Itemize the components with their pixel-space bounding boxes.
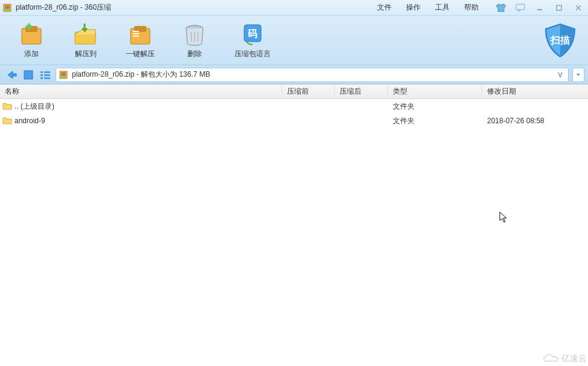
delete-label: 删除 [187,49,202,59]
file-row-android9[interactable]: android-9 文件夹 2018-07-26 08:58 [0,114,588,128]
one-click-extract-button[interactable]: 一键解压 [126,21,155,59]
column-name[interactable]: 名称 [0,85,282,98]
title-bar: platform-28_r06.zip - 360压缩 文件 操作 工具 帮助 [0,0,588,16]
theme-icon[interactable] [494,2,508,13]
file-row-parent[interactable]: .. (上级目录) 文件夹 [0,99,588,114]
column-type[interactable]: 类型 [388,85,482,98]
svg-rect-10 [26,25,32,28]
svg-rect-28 [44,74,50,76]
svg-rect-25 [40,71,43,73]
add-button[interactable]: 添加 [17,21,46,59]
svg-rect-4 [516,4,525,10]
view-large-button[interactable] [22,68,35,82]
close-button[interactable] [571,2,586,13]
view-list-button[interactable] [39,68,52,82]
add-label: 添加 [24,49,39,59]
file-list: .. (上级目录) 文件夹 android-9 文件夹 2018-07-26 0… [0,99,588,128]
menu-action[interactable]: 操作 [406,2,421,13]
extract-to-button[interactable]: 解压到 [71,21,100,59]
address-dropdown[interactable]: V [555,71,566,79]
delete-icon [180,21,209,48]
svg-rect-29 [40,77,43,79]
svg-rect-1 [5,5,10,7]
svg-rect-27 [40,74,43,76]
one-click-label: 一键解压 [126,49,155,59]
watermark: 亿速云 [542,353,587,365]
extract-label: 解压到 [75,49,97,59]
folder-icon [2,101,12,111]
main-toolbar: 添加 解压到 一键解压 删除 码 压缩包语言 扫描 [0,16,588,65]
column-before[interactable]: 压缩前 [282,85,335,98]
column-date[interactable]: 修改日期 [482,85,588,98]
svg-rect-26 [44,71,50,73]
file-name: android-9 [15,117,45,125]
svg-rect-3 [5,9,10,10]
watermark-text: 亿速云 [561,353,587,364]
folder-icon [2,116,12,126]
archive-icon [59,70,68,80]
address-text: platform-28_r06.zip - 解包大小为 136.7 MB [72,69,555,80]
scan-button[interactable]: 扫描 [540,22,581,59]
column-after[interactable]: 压缩后 [335,85,388,98]
svg-rect-15 [133,33,139,34]
file-type: 文件夹 [388,116,482,126]
svg-rect-24 [24,71,33,79]
cursor-icon [499,211,509,223]
menu-help[interactable]: 帮助 [464,2,479,13]
one-click-icon [126,21,155,48]
maximize-button[interactable] [552,2,566,13]
svg-rect-32 [61,72,66,74]
address-input[interactable]: platform-28_r06.zip - 解包大小为 136.7 MB V [56,68,569,82]
svg-text:扫描: 扫描 [550,35,570,45]
svg-rect-30 [44,77,50,79]
language-label: 压缩包语言 [234,49,271,59]
language-icon: 码 [238,21,267,48]
menu-file[interactable]: 文件 [377,2,392,13]
app-icon [2,3,12,13]
svg-rect-14 [133,31,139,32]
svg-rect-2 [5,7,10,8]
menu-tools[interactable]: 工具 [435,2,450,13]
extract-icon [71,21,100,48]
file-name: .. (上级目录) [15,101,54,112]
window-title: platform-28_r06.zip - 360压缩 [16,2,111,13]
back-button[interactable] [5,68,18,82]
file-type: 文件夹 [388,101,482,112]
delete-button[interactable]: 删除 [180,21,209,59]
file-date: 2018-07-26 08:58 [482,117,588,125]
svg-text:码: 码 [247,28,257,39]
address-bar: platform-28_r06.zip - 解包大小为 136.7 MB V [0,65,588,85]
add-icon [17,21,46,48]
svg-rect-16 [133,36,139,37]
svg-rect-33 [61,74,66,75]
minimize-button[interactable] [532,2,547,13]
address-more-button[interactable] [572,68,584,82]
svg-rect-6 [557,5,561,10]
menu-bar: 文件 操作 工具 帮助 [377,2,479,13]
svg-rect-34 [61,76,66,77]
column-headers: 名称 压缩前 压缩后 类型 修改日期 [0,85,588,99]
language-button[interactable]: 码 压缩包语言 [234,21,271,59]
feedback-icon[interactable] [513,2,528,13]
